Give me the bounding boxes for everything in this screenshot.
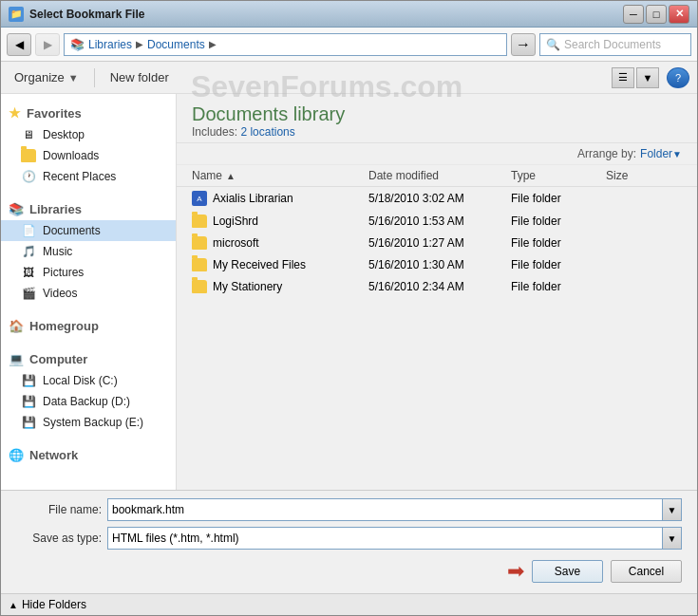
network-header[interactable]: 🌐 Network <box>1 444 176 466</box>
search-box[interactable]: 🔍 Search Documents <box>539 33 691 56</box>
favorites-header[interactable]: ★ Favorites <box>1 102 176 124</box>
network-section: 🌐 Network <box>1 444 176 466</box>
file-content: Documents library Includes: 2 locations … <box>177 94 697 490</box>
maximize-button[interactable]: □ <box>646 5 667 24</box>
computer-label: Computer <box>29 352 87 366</box>
file-date: 5/16/2010 1:53 AM <box>368 215 511 228</box>
main-area: ★ Favorites 🖥 Desktop Downloads 🕐 Recent… <box>1 94 697 490</box>
sidebar-item-videos[interactable]: 🎬 Videos <box>1 283 176 304</box>
sidebar-item-downloads[interactable]: Downloads <box>1 145 176 166</box>
col-header-name[interactable]: Name ▲ <box>192 169 368 182</box>
sidebar-item-system-backup[interactable]: 💾 System Backup (E:) <box>1 412 176 433</box>
computer-icon: 💻 <box>9 352 24 366</box>
recent-places-icon: 🕐 <box>20 169 37 184</box>
table-row[interactable]: A Axialis Librarian 5/18/2010 3:02 AM Fi… <box>177 187 697 211</box>
sidebar-item-documents[interactable]: 📄 Documents <box>1 220 176 241</box>
hide-folders-label: Hide Folders <box>22 598 86 611</box>
sort-arrow-icon: ▲ <box>226 171 236 181</box>
search-icon: 🔍 <box>546 38 560 51</box>
arrange-dropdown-icon[interactable]: ▼ <box>672 149 682 159</box>
toolbar: Organize ▼ New folder ☰ ▼ ? <box>1 62 697 94</box>
sidebar-item-music-label: Music <box>43 245 72 258</box>
organize-button[interactable]: Organize ▼ <box>9 68 85 86</box>
videos-icon: 🎬 <box>20 286 37 301</box>
table-row[interactable]: My Received Files 5/16/2010 1:30 AM File… <box>177 254 697 276</box>
filename-input[interactable] <box>107 498 663 521</box>
file-list: Name ▲ Date modified Type Size A Axialis… <box>177 165 697 490</box>
minimize-button[interactable]: ─ <box>623 5 644 24</box>
bottom-form-area: File name: ▼ Save as type: ▼ ➡ Save Canc… <box>1 490 697 593</box>
new-folder-button[interactable]: New folder <box>104 68 175 86</box>
hide-folders-bar[interactable]: ▲ Hide Folders <box>1 593 697 615</box>
libraries-label: Libraries <box>29 202 82 216</box>
savetype-input[interactable] <box>107 527 663 550</box>
col-header-date[interactable]: Date modified <box>368 169 511 182</box>
sidebar-spacer-3 <box>1 341 176 348</box>
title-bar-left: 📁 Select Bookmark File <box>9 7 144 22</box>
view-list-button[interactable]: ☰ <box>612 67 634 88</box>
back-button[interactable]: ◀ <box>7 33 31 56</box>
sidebar-spacer-2 <box>1 308 176 315</box>
sidebar-item-local-disk[interactable]: 💾 Local Disk (C:) <box>1 370 176 391</box>
sidebar-item-desktop[interactable]: 🖥 Desktop <box>1 124 176 145</box>
favorites-star-icon: ★ <box>9 105 21 121</box>
folder-icon <box>192 258 207 271</box>
path-root-icon: 📚 <box>70 38 85 51</box>
sidebar-item-data-backup[interactable]: 💾 Data Backup (D:) <box>1 391 176 412</box>
data-backup-icon: 💾 <box>20 394 37 409</box>
sidebar-spacer-1 <box>1 191 176 198</box>
sidebar-item-system-backup-label: System Backup (E:) <box>43 416 143 429</box>
system-backup-icon: 💾 <box>20 415 37 430</box>
forward-button[interactable]: ▶ <box>35 33 60 56</box>
homegroup-header[interactable]: 🏠 Homegroup <box>1 315 176 337</box>
toolbar-separator <box>94 68 95 87</box>
sidebar-item-music[interactable]: 🎵 Music <box>1 241 176 262</box>
sidebar-item-downloads-label: Downloads <box>43 149 99 162</box>
path-segment-libraries[interactable]: Libraries <box>88 38 132 51</box>
save-button[interactable]: Save <box>532 560 603 583</box>
savetype-input-wrapper: ▼ <box>107 527 682 550</box>
path-segment-documents[interactable]: Documents <box>147 38 205 51</box>
col-header-type[interactable]: Type <box>511 169 606 182</box>
window-icon: 📁 <box>9 7 24 22</box>
help-button[interactable]: ? <box>667 67 689 88</box>
view-dropdown-button[interactable]: ▼ <box>636 67 659 88</box>
savetype-dropdown-button[interactable]: ▼ <box>663 527 682 550</box>
close-button[interactable]: ✕ <box>669 5 689 24</box>
file-date: 5/16/2010 1:27 AM <box>368 236 511 250</box>
arrange-by-value[interactable]: Folder <box>640 147 672 160</box>
file-name: LogiShrd <box>213 215 258 228</box>
folder-icon <box>192 280 207 293</box>
action-buttons-row: ➡ Save Cancel <box>16 555 682 586</box>
filename-input-wrapper: ▼ <box>107 498 682 521</box>
file-name: Axialis Librarian <box>213 192 293 205</box>
file-name: My Received Files <box>213 258 306 271</box>
chevron-up-icon: ▲ <box>9 600 18 610</box>
col-header-size[interactable]: Size <box>606 169 682 182</box>
table-row[interactable]: My Stationery 5/16/2010 2:34 AM File fol… <box>177 276 697 298</box>
file-type: File folder <box>511 236 606 250</box>
arrange-bar: Arrange by: Folder ▼ <box>177 143 697 165</box>
address-path[interactable]: 📚 Libraries ▶ Documents ▶ <box>64 33 507 56</box>
locations-link[interactable]: 2 locations <box>240 125 294 139</box>
window-title: Select Bookmark File <box>29 8 144 21</box>
go-button[interactable]: → <box>511 33 536 56</box>
cancel-button[interactable]: Cancel <box>611 560 682 583</box>
homegroup-icon: 🏠 <box>9 319 24 333</box>
filename-dropdown-button[interactable]: ▼ <box>663 498 682 521</box>
sidebar-spacer-4 <box>1 437 176 444</box>
file-type: File folder <box>511 192 606 205</box>
documents-icon: 📄 <box>20 223 37 238</box>
sidebar-item-recent-places[interactable]: 🕐 Recent Places <box>1 166 176 187</box>
file-date: 5/16/2010 2:34 AM <box>368 280 511 293</box>
libraries-header[interactable]: 📚 Libraries <box>1 198 176 220</box>
homegroup-label: Homegroup <box>29 319 99 333</box>
sidebar-item-pictures[interactable]: 🖼 Pictures <box>1 262 176 283</box>
table-row[interactable]: microsoft 5/16/2010 1:27 AM File folder <box>177 233 697 254</box>
table-row[interactable]: LogiShrd 5/16/2010 1:53 AM File folder <box>177 211 697 233</box>
window-controls: ─ □ ✕ <box>623 5 689 24</box>
pictures-icon: 🖼 <box>20 265 37 280</box>
computer-header[interactable]: 💻 Computer <box>1 348 176 370</box>
filename-label: File name: <box>16 503 102 516</box>
filename-row: File name: ▼ <box>16 498 682 521</box>
